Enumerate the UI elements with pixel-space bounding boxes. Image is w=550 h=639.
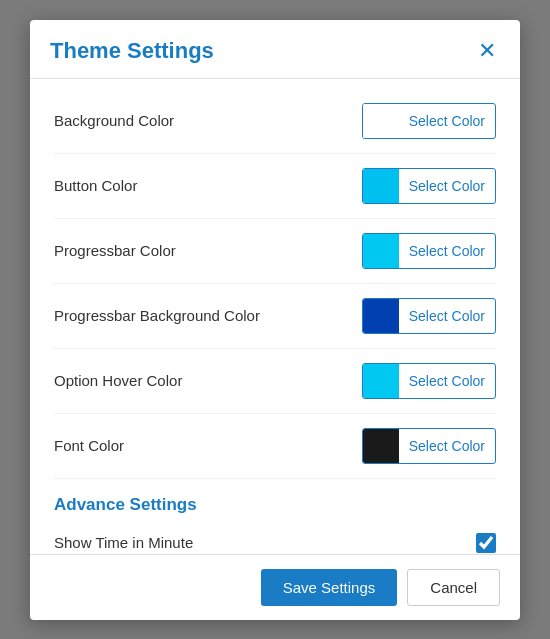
color-swatch-button-color	[363, 169, 399, 203]
checkbox-show-time-in-minute[interactable]	[476, 533, 496, 553]
color-swatch-option-hover-color	[363, 364, 399, 398]
setting-row-button-color: Button ColorSelect Color	[54, 154, 496, 219]
setting-row-progressbar-background-color: Progressbar Background ColorSelect Color	[54, 284, 496, 349]
modal-overlay: Theme Settings ✕ Background ColorSelect …	[0, 0, 550, 639]
setting-label-progressbar-background-color: Progressbar Background Color	[54, 307, 260, 324]
close-button[interactable]: ✕	[474, 40, 500, 62]
modal-title: Theme Settings	[50, 38, 214, 64]
setting-row-progressbar-color: Progressbar ColorSelect Color	[54, 219, 496, 284]
color-picker-option-hover-color[interactable]: Select Color	[362, 363, 496, 399]
color-btn-label-button-color: Select Color	[399, 178, 495, 194]
advance-label-show-time-in-minute: Show Time in Minute	[54, 534, 193, 551]
color-btn-label-progressbar-color: Select Color	[399, 243, 495, 259]
color-picker-button-color[interactable]: Select Color	[362, 168, 496, 204]
advance-row-show-time-in-minute: Show Time in Minute	[54, 523, 496, 554]
color-picker-font-color[interactable]: Select Color	[362, 428, 496, 464]
setting-label-progressbar-color: Progressbar Color	[54, 242, 176, 259]
save-settings-button[interactable]: Save Settings	[261, 569, 398, 606]
setting-label-button-color: Button Color	[54, 177, 137, 194]
color-swatch-background-color	[363, 104, 399, 138]
color-btn-label-progressbar-background-color: Select Color	[399, 308, 495, 324]
setting-label-option-hover-color: Option Hover Color	[54, 372, 182, 389]
color-btn-label-option-hover-color: Select Color	[399, 373, 495, 389]
modal-body: Background ColorSelect ColorButton Color…	[30, 79, 520, 554]
cancel-button[interactable]: Cancel	[407, 569, 500, 606]
setting-row-background-color: Background ColorSelect Color	[54, 89, 496, 154]
color-picker-progressbar-background-color[interactable]: Select Color	[362, 298, 496, 334]
setting-row-font-color: Font ColorSelect Color	[54, 414, 496, 479]
color-swatch-progressbar-color	[363, 234, 399, 268]
theme-settings-modal: Theme Settings ✕ Background ColorSelect …	[30, 20, 520, 620]
color-btn-label-font-color: Select Color	[399, 438, 495, 454]
color-swatch-font-color	[363, 429, 399, 463]
modal-header: Theme Settings ✕	[30, 20, 520, 79]
setting-label-background-color: Background Color	[54, 112, 174, 129]
color-picker-background-color[interactable]: Select Color	[362, 103, 496, 139]
setting-row-option-hover-color: Option Hover ColorSelect Color	[54, 349, 496, 414]
color-picker-progressbar-color[interactable]: Select Color	[362, 233, 496, 269]
color-swatch-progressbar-background-color	[363, 299, 399, 333]
advance-settings-title: Advance Settings	[54, 479, 496, 523]
setting-label-font-color: Font Color	[54, 437, 124, 454]
modal-footer: Save Settings Cancel	[30, 554, 520, 620]
color-btn-label-background-color: Select Color	[399, 113, 495, 129]
